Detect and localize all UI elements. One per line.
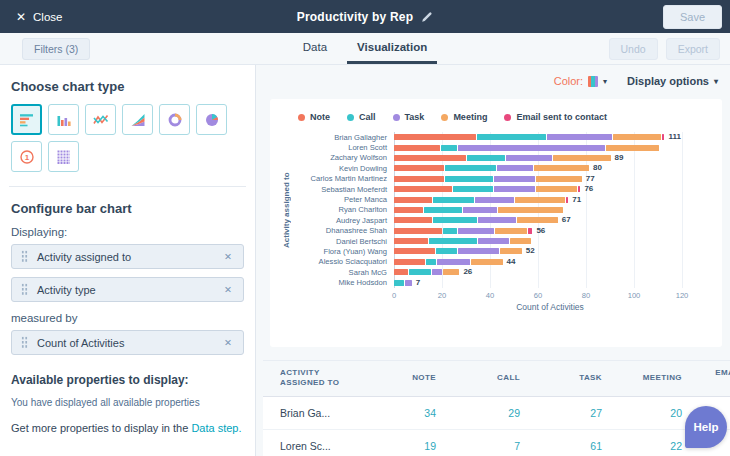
table-value[interactable]: 61 (548, 440, 630, 452)
chart-type-kpi-button[interactable]: 1 (11, 141, 42, 172)
bar-segment-call[interactable] (445, 176, 493, 182)
bar-segment-note[interactable] (394, 155, 466, 161)
bar-segment-meeting[interactable] (517, 217, 558, 223)
bar-segment-call[interactable] (433, 217, 476, 223)
bar-segment-note[interactable] (394, 145, 440, 151)
column-header[interactable]: TASK (548, 373, 630, 383)
close-button[interactable]: ✕ Close (8, 7, 70, 27)
bar-segment-call[interactable] (429, 238, 477, 244)
remove-field-icon[interactable]: ✕ (222, 249, 234, 264)
bar-segment-task[interactable] (497, 165, 533, 171)
filters-button[interactable]: Filters (3) (22, 38, 90, 60)
tab-data[interactable]: Data (293, 33, 337, 64)
table-value[interactable]: 27 (548, 407, 630, 419)
bar-segment-meeting[interactable] (553, 155, 611, 161)
bar-segment-task[interactable] (463, 207, 497, 213)
bar-segment-call[interactable] (467, 155, 505, 161)
field-pill-activity-assigned-to[interactable]: Activity assigned to ✕ (11, 244, 244, 269)
bar-segment-note[interactable] (394, 217, 432, 223)
legend-item[interactable]: Email sent to contact (504, 112, 607, 122)
bar-segment-task[interactable] (494, 186, 535, 192)
bar-segment-email-sent-to-contact[interactable] (528, 228, 533, 234)
export-button[interactable]: Export (666, 38, 720, 60)
save-button[interactable]: Save (663, 5, 722, 29)
legend-item[interactable]: Meeting (441, 112, 487, 122)
bar-segment-meeting[interactable] (536, 176, 582, 182)
display-options-dropdown[interactable]: Display options ▾ (627, 75, 718, 87)
column-header[interactable]: ACTIVITY ASSIGNED TO (280, 368, 340, 389)
chart-type-area-button[interactable] (122, 104, 153, 135)
remove-field-icon[interactable]: ✕ (222, 335, 234, 350)
chart-type-horizontal-bar-button[interactable] (11, 104, 42, 135)
data-step-link[interactable]: Data step. (191, 422, 241, 434)
bar-segment-task[interactable] (458, 228, 494, 234)
table-value[interactable]: 19 (384, 440, 464, 452)
bar-segment-note[interactable] (394, 186, 452, 192)
table-value[interactable]: 29 (464, 407, 548, 419)
chart-type-column-button[interactable] (48, 104, 79, 135)
bar-segment-note[interactable] (394, 207, 423, 213)
bar-segment-call[interactable] (441, 145, 458, 151)
drag-handle-icon[interactable] (21, 283, 28, 296)
bar-segment-meeting[interactable] (536, 186, 577, 192)
bar-segment-meeting[interactable] (495, 228, 526, 234)
bar-segment-task[interactable] (458, 248, 499, 254)
bar-segment-note[interactable] (394, 259, 425, 265)
edit-title-icon[interactable] (421, 11, 433, 23)
chart-type-line-button[interactable] (85, 104, 116, 135)
color-dropdown[interactable]: Color: ▾ (554, 75, 607, 87)
bar-segment-call[interactable] (436, 248, 458, 254)
bar-segment-meeting[interactable] (498, 207, 563, 213)
bar-segment-email-sent-to-contact[interactable] (662, 134, 664, 140)
column-header[interactable]: NOTE (384, 373, 464, 383)
bar-segment-task[interactable] (547, 134, 612, 140)
bar-segment-meeting[interactable] (443, 269, 460, 275)
bar-segment-task[interactable] (478, 217, 516, 223)
bar-segment-note[interactable] (394, 269, 408, 275)
legend-item[interactable]: Task (393, 112, 425, 122)
chart-type-pie-button[interactable] (196, 104, 227, 135)
help-button[interactable]: Help (685, 406, 727, 448)
bar-segment-note[interactable] (394, 238, 428, 244)
bar-segment-call[interactable] (426, 259, 436, 265)
drag-handle-icon[interactable] (21, 250, 28, 263)
bar-segment-meeting[interactable] (500, 248, 522, 254)
undo-button[interactable]: Undo (609, 38, 658, 60)
table-value[interactable]: 34 (384, 407, 464, 419)
bar-segment-call[interactable] (433, 197, 474, 203)
bar-segment-call[interactable] (424, 207, 462, 213)
bar-segment-meeting[interactable] (471, 259, 502, 265)
bar-segment-task[interactable] (494, 176, 535, 182)
bar-segment-meeting[interactable] (515, 197, 565, 203)
bar-segment-call[interactable] (409, 269, 431, 275)
bar-segment-task[interactable] (458, 145, 604, 151)
remove-field-icon[interactable]: ✕ (222, 282, 234, 297)
bar-segment-meeting[interactable] (606, 145, 659, 151)
chart-type-donut-button[interactable] (159, 104, 190, 135)
bar-segment-task[interactable] (506, 155, 552, 161)
bar-segment-email-sent-to-contact[interactable] (566, 197, 568, 203)
field-pill-activity-type[interactable]: Activity type ✕ (11, 277, 244, 302)
bar-segment-note[interactable] (394, 197, 432, 203)
chart-type-table-button[interactable] (48, 141, 79, 172)
bar-segment-call[interactable] (445, 165, 495, 171)
bar-segment-note[interactable] (394, 165, 444, 171)
tab-visualization[interactable]: Visualization (347, 33, 437, 64)
bar-segment-email-sent-to-contact[interactable] (578, 186, 580, 192)
bar-segment-call[interactable] (453, 186, 494, 192)
bar-segment-task[interactable] (478, 238, 509, 244)
legend-item[interactable]: Note (298, 112, 330, 122)
bar-segment-meeting[interactable] (510, 238, 532, 244)
bar-segment-meeting[interactable] (613, 134, 661, 140)
drag-handle-icon[interactable] (21, 336, 28, 349)
field-pill-count-of-activities[interactable]: Count of Activities ✕ (11, 330, 244, 355)
legend-item[interactable]: Call (347, 112, 376, 122)
bar-segment-note[interactable] (394, 248, 435, 254)
bar-segment-call[interactable] (477, 134, 547, 140)
bar-segment-note[interactable] (394, 176, 444, 182)
column-header[interactable]: CALL (464, 373, 548, 383)
bar-segment-note[interactable] (394, 228, 442, 234)
column-header[interactable]: EMAIL SENT TO CONTACT (710, 368, 730, 389)
bar-segment-task[interactable] (432, 269, 442, 275)
bar-segment-note[interactable] (394, 134, 476, 140)
